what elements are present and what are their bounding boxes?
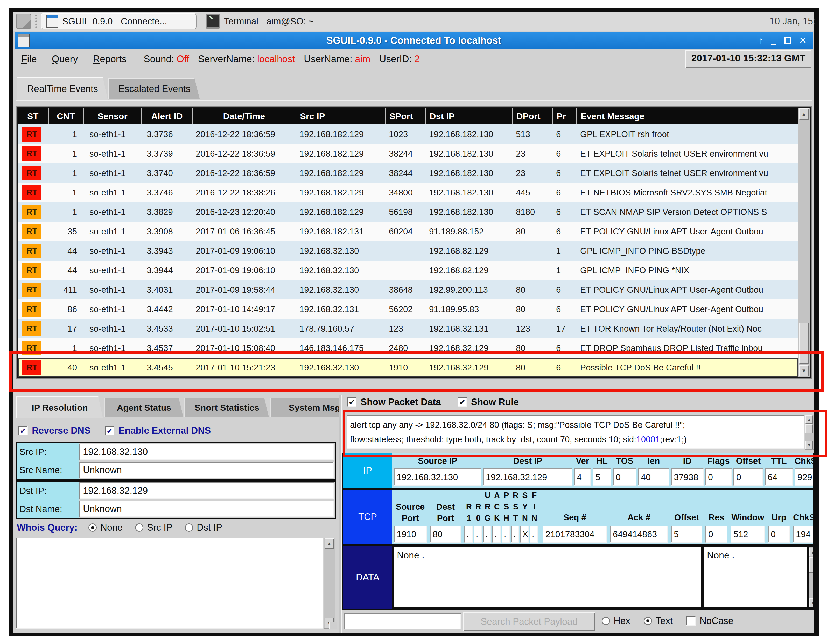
- column-header-sport[interactable]: SPort: [386, 108, 426, 125]
- minimize-button[interactable]: _: [771, 35, 776, 46]
- ip-field-flags[interactable]: 0: [705, 468, 732, 486]
- event-row[interactable]: RT411so-eth1-13.40312017-01-09 19:58:441…: [18, 280, 799, 299]
- panel-divider[interactable]: [339, 395, 342, 633]
- tab-ip-resolution[interactable]: IP Resolution: [16, 396, 103, 418]
- snort-rule-box[interactable]: alert tcp any any -> 192.168.32.0/24 80 …: [346, 415, 804, 449]
- menu-reports[interactable]: Reports: [93, 54, 126, 65]
- tcp-flag-value-syn[interactable]: X: [520, 525, 529, 543]
- ip-field-len[interactable]: 40: [638, 468, 669, 486]
- scroll-down-icon[interactable]: ▼: [805, 441, 813, 449]
- menu-file[interactable]: File: [21, 54, 37, 65]
- ip-field-dest-ip[interactable]: 192.168.32.129: [483, 468, 573, 486]
- tab-escalated-events[interactable]: Escalated Events: [108, 78, 200, 98]
- column-header-pr[interactable]: Pr: [553, 108, 577, 125]
- tcp-flag-value-r1[interactable]: .: [464, 525, 473, 543]
- event-row[interactable]: RT1so-eth1-13.37392016-12-22 18:36:59192…: [18, 144, 799, 163]
- column-header-src_ip[interactable]: Src IP: [296, 108, 386, 125]
- event-row[interactable]: RT1so-eth1-13.38292016-12-23 12:20:40192…: [18, 202, 799, 221]
- whois-option-none[interactable]: None: [88, 522, 123, 533]
- scrollbar-thumb[interactable]: [799, 323, 809, 364]
- rule-scrollbar[interactable]: ▲ ▼: [805, 415, 814, 449]
- field-value-srcip[interactable]: 192.168.32.130: [79, 444, 334, 460]
- ip-field-source-ip[interactable]: 192.168.32.130: [394, 468, 481, 486]
- checkbox-reverse-dns[interactable]: ✔Reverse DNS: [19, 425, 91, 436]
- whois-option-src-ip[interactable]: Src IP: [135, 522, 172, 533]
- event-row[interactable]: RT17so-eth1-13.45332017-01-10 15:02:5117…: [18, 319, 799, 338]
- ip-field-chksum[interactable]: 929: [794, 468, 813, 486]
- rollup-button[interactable]: ↑: [758, 35, 763, 46]
- column-header-dport[interactable]: DPort: [513, 108, 553, 125]
- tcp-flag-value-fin[interactable]: .: [530, 525, 538, 543]
- resize-grip[interactable]: [329, 622, 337, 630]
- event-row[interactable]: RT44so-eth1-13.39442017-01-09 19:06:1019…: [18, 260, 799, 280]
- titlebar[interactable]: SGUIL-0.9.0 - Connected To localhost ↑ _…: [14, 32, 813, 49]
- tcp-flag-value-rst[interactable]: .: [511, 525, 519, 543]
- event-row[interactable]: RT1so-eth1-13.45372017-01-10 15:08:40146…: [18, 338, 799, 358]
- tcp-flag-value-psh[interactable]: .: [502, 525, 510, 543]
- tab-snort-statistics[interactable]: Snort Statistics: [184, 398, 269, 417]
- field-value-dstip[interactable]: 192.168.32.129: [79, 482, 334, 499]
- scroll-down-icon[interactable]: ▼: [809, 598, 813, 607]
- checkbox-nocase[interactable]: NoCase: [686, 616, 733, 626]
- payload-scrollbar[interactable]: ▲ ▼: [809, 547, 813, 607]
- close-button[interactable]: ✕: [799, 35, 807, 46]
- tcp-flag-value-ack[interactable]: .: [492, 525, 501, 543]
- scroll-down-icon[interactable]: ▼: [799, 365, 809, 376]
- column-header-datetime[interactable]: Date/Time: [193, 108, 296, 125]
- tab-agent-status[interactable]: Agent Status: [104, 398, 183, 417]
- column-header-msg[interactable]: Event Message: [577, 108, 797, 125]
- tcp-field-res[interactable]: 0: [705, 525, 727, 543]
- column-header-sensor[interactable]: Sensor: [84, 108, 142, 125]
- menu-query[interactable]: Query: [52, 54, 78, 65]
- column-header-cnt[interactable]: CNT: [49, 108, 84, 125]
- ip-field-tos[interactable]: 0: [613, 468, 637, 486]
- tcp-field-dest-port[interactable]: 80: [430, 525, 461, 543]
- tcp-flag-value-urg[interactable]: .: [483, 525, 491, 543]
- tcp-field-window[interactable]: 512: [730, 525, 765, 543]
- scrollbar-thumb[interactable]: [809, 557, 813, 573]
- tcp-field-ack-#[interactable]: 649414863: [610, 525, 668, 543]
- scroll-up-icon[interactable]: ▲: [805, 415, 813, 424]
- events-scrollbar[interactable]: ▲ ▼: [798, 108, 810, 377]
- scrollbar-thumb[interactable]: [805, 424, 813, 433]
- column-header-dst_ip[interactable]: Dst IP: [426, 108, 513, 125]
- event-row[interactable]: RT35so-eth1-13.39082017-01-06 16:36:4519…: [18, 221, 799, 241]
- taskbar-window-1[interactable]: SGUIL-0.9.0 - Connecte...: [41, 13, 197, 29]
- field-value-dstname[interactable]: Unknown: [79, 501, 334, 517]
- checkbox-show-rule[interactable]: ✔Show Rule: [457, 397, 519, 407]
- checkbox-show-packet-data[interactable]: ✔Show Packet Data: [347, 397, 441, 407]
- search-packet-payload-button[interactable]: Search Packet Payload: [463, 612, 595, 631]
- tab-system-msgs[interactable]: System Msgs: [270, 398, 339, 417]
- event-row[interactable]: RT44so-eth1-13.39432017-01-09 19:06:1019…: [18, 241, 799, 260]
- event-row[interactable]: RT40so-eth1-13.45452017-01-10 15:21:2319…: [18, 358, 799, 377]
- payload-hex-box[interactable]: None .: [704, 547, 807, 607]
- tcp-flag-value-r0[interactable]: .: [474, 525, 482, 543]
- scroll-up-icon[interactable]: ▲: [809, 547, 813, 557]
- ip-field-offset[interactable]: 0: [733, 468, 763, 486]
- whois-output[interactable]: [16, 538, 323, 629]
- checkbox-enable-external-dns[interactable]: ✔Enable External DNS: [105, 425, 211, 436]
- ip-field-ttl[interactable]: 64: [765, 468, 793, 486]
- ip-field-hl[interactable]: 5: [593, 468, 611, 486]
- search-option-hex[interactable]: Hex: [602, 616, 630, 626]
- event-row[interactable]: RT86so-eth1-13.44422017-01-10 14:49:1719…: [18, 299, 799, 319]
- tcp-field-source-port[interactable]: 1910: [394, 525, 427, 543]
- ip-field-ver[interactable]: 4: [574, 468, 591, 486]
- search-input[interactable]: [344, 613, 461, 630]
- tcp-field-seq-#[interactable]: 2101783304: [543, 525, 607, 543]
- whois-option-dst-ip[interactable]: Dst IP: [185, 522, 222, 533]
- tab-realtime-events[interactable]: RealTime Events: [17, 77, 108, 100]
- whois-scrollbar[interactable]: ▲ ▼: [324, 538, 335, 629]
- taskbar-window-2[interactable]: Terminal - aim@SO: ~: [201, 13, 318, 29]
- event-row[interactable]: RT1so-eth1-13.37402016-12-22 18:36:59192…: [18, 163, 799, 183]
- payload-text-box[interactable]: None .: [394, 547, 701, 607]
- event-row[interactable]: RT1so-eth1-13.37362016-12-22 18:36:59192…: [18, 125, 799, 144]
- scroll-up-icon[interactable]: ▲: [799, 108, 809, 120]
- scroll-up-icon[interactable]: ▲: [325, 538, 334, 549]
- column-header-alert_id[interactable]: Alert ID: [142, 108, 193, 125]
- field-value-srcname[interactable]: Unknown: [79, 462, 334, 478]
- search-option-text[interactable]: Text: [644, 616, 673, 626]
- column-header-st[interactable]: ST: [18, 108, 49, 125]
- ip-field-id[interactable]: 37938: [671, 468, 704, 486]
- event-row[interactable]: RT1so-eth1-13.37462016-12-22 18:38:26192…: [18, 183, 799, 202]
